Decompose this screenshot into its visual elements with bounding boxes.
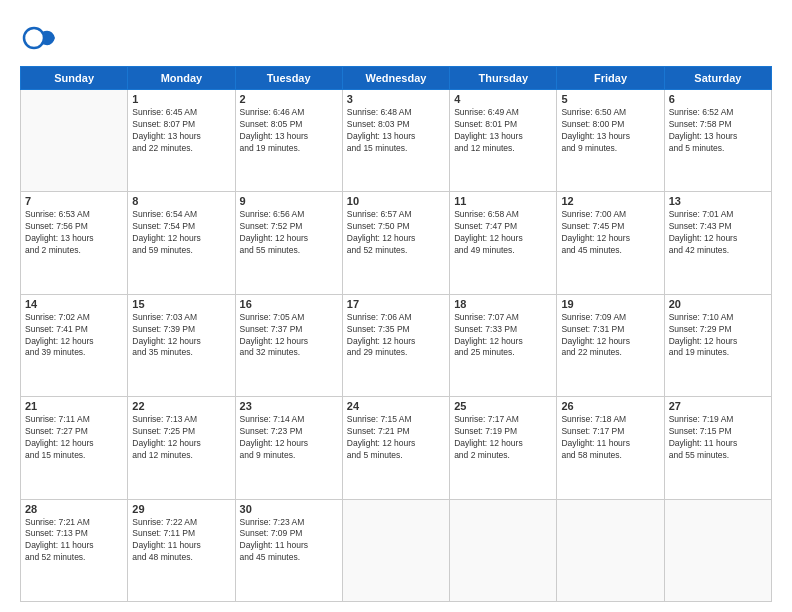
day-number: 17	[347, 298, 445, 310]
calendar-week-row: 7Sunrise: 6:53 AM Sunset: 7:56 PM Daylig…	[21, 192, 772, 294]
day-number: 20	[669, 298, 767, 310]
day-info: Sunrise: 7:13 AM Sunset: 7:25 PM Dayligh…	[132, 414, 230, 462]
calendar-week-row: 21Sunrise: 7:11 AM Sunset: 7:27 PM Dayli…	[21, 397, 772, 499]
day-info: Sunrise: 7:00 AM Sunset: 7:45 PM Dayligh…	[561, 209, 659, 257]
calendar-cell: 27Sunrise: 7:19 AM Sunset: 7:15 PM Dayli…	[664, 397, 771, 499]
calendar-cell: 3Sunrise: 6:48 AM Sunset: 8:03 PM Daylig…	[342, 90, 449, 192]
calendar-cell	[450, 499, 557, 601]
calendar-cell: 1Sunrise: 6:45 AM Sunset: 8:07 PM Daylig…	[128, 90, 235, 192]
day-info: Sunrise: 7:02 AM Sunset: 7:41 PM Dayligh…	[25, 312, 123, 360]
day-number: 18	[454, 298, 552, 310]
day-number: 2	[240, 93, 338, 105]
day-info: Sunrise: 7:19 AM Sunset: 7:15 PM Dayligh…	[669, 414, 767, 462]
day-number: 5	[561, 93, 659, 105]
svg-point-0	[24, 28, 44, 48]
day-of-week-header: Sunday	[21, 67, 128, 90]
calendar-cell: 5Sunrise: 6:50 AM Sunset: 8:00 PM Daylig…	[557, 90, 664, 192]
calendar-cell: 20Sunrise: 7:10 AM Sunset: 7:29 PM Dayli…	[664, 294, 771, 396]
calendar-week-row: 1Sunrise: 6:45 AM Sunset: 8:07 PM Daylig…	[21, 90, 772, 192]
day-info: Sunrise: 7:05 AM Sunset: 7:37 PM Dayligh…	[240, 312, 338, 360]
calendar-cell	[342, 499, 449, 601]
day-of-week-header: Saturday	[664, 67, 771, 90]
day-number: 16	[240, 298, 338, 310]
calendar-cell: 8Sunrise: 6:54 AM Sunset: 7:54 PM Daylig…	[128, 192, 235, 294]
calendar-cell: 30Sunrise: 7:23 AM Sunset: 7:09 PM Dayli…	[235, 499, 342, 601]
day-info: Sunrise: 7:03 AM Sunset: 7:39 PM Dayligh…	[132, 312, 230, 360]
day-info: Sunrise: 6:50 AM Sunset: 8:00 PM Dayligh…	[561, 107, 659, 155]
calendar-week-row: 28Sunrise: 7:21 AM Sunset: 7:13 PM Dayli…	[21, 499, 772, 601]
day-info: Sunrise: 6:48 AM Sunset: 8:03 PM Dayligh…	[347, 107, 445, 155]
calendar-cell: 12Sunrise: 7:00 AM Sunset: 7:45 PM Dayli…	[557, 192, 664, 294]
day-number: 13	[669, 195, 767, 207]
calendar-cell: 23Sunrise: 7:14 AM Sunset: 7:23 PM Dayli…	[235, 397, 342, 499]
day-number: 24	[347, 400, 445, 412]
calendar-header-row: SundayMondayTuesdayWednesdayThursdayFrid…	[21, 67, 772, 90]
calendar-cell: 25Sunrise: 7:17 AM Sunset: 7:19 PM Dayli…	[450, 397, 557, 499]
day-info: Sunrise: 7:10 AM Sunset: 7:29 PM Dayligh…	[669, 312, 767, 360]
calendar-cell: 19Sunrise: 7:09 AM Sunset: 7:31 PM Dayli…	[557, 294, 664, 396]
day-number: 8	[132, 195, 230, 207]
calendar-week-row: 14Sunrise: 7:02 AM Sunset: 7:41 PM Dayli…	[21, 294, 772, 396]
day-of-week-header: Wednesday	[342, 67, 449, 90]
day-number: 25	[454, 400, 552, 412]
day-info: Sunrise: 6:56 AM Sunset: 7:52 PM Dayligh…	[240, 209, 338, 257]
day-number: 28	[25, 503, 123, 515]
calendar-cell: 18Sunrise: 7:07 AM Sunset: 7:33 PM Dayli…	[450, 294, 557, 396]
day-info: Sunrise: 7:23 AM Sunset: 7:09 PM Dayligh…	[240, 517, 338, 565]
day-info: Sunrise: 7:09 AM Sunset: 7:31 PM Dayligh…	[561, 312, 659, 360]
day-number: 30	[240, 503, 338, 515]
day-info: Sunrise: 7:21 AM Sunset: 7:13 PM Dayligh…	[25, 517, 123, 565]
day-number: 26	[561, 400, 659, 412]
day-info: Sunrise: 7:22 AM Sunset: 7:11 PM Dayligh…	[132, 517, 230, 565]
day-number: 3	[347, 93, 445, 105]
day-of-week-header: Monday	[128, 67, 235, 90]
calendar-cell: 24Sunrise: 7:15 AM Sunset: 7:21 PM Dayli…	[342, 397, 449, 499]
calendar-cell: 6Sunrise: 6:52 AM Sunset: 7:58 PM Daylig…	[664, 90, 771, 192]
calendar-cell: 14Sunrise: 7:02 AM Sunset: 7:41 PM Dayli…	[21, 294, 128, 396]
calendar-cell: 13Sunrise: 7:01 AM Sunset: 7:43 PM Dayli…	[664, 192, 771, 294]
day-info: Sunrise: 6:57 AM Sunset: 7:50 PM Dayligh…	[347, 209, 445, 257]
day-info: Sunrise: 6:53 AM Sunset: 7:56 PM Dayligh…	[25, 209, 123, 257]
day-info: Sunrise: 7:17 AM Sunset: 7:19 PM Dayligh…	[454, 414, 552, 462]
day-number: 12	[561, 195, 659, 207]
header	[20, 18, 772, 58]
day-info: Sunrise: 7:11 AM Sunset: 7:27 PM Dayligh…	[25, 414, 123, 462]
calendar-cell: 28Sunrise: 7:21 AM Sunset: 7:13 PM Dayli…	[21, 499, 128, 601]
day-info: Sunrise: 6:49 AM Sunset: 8:01 PM Dayligh…	[454, 107, 552, 155]
day-info: Sunrise: 7:01 AM Sunset: 7:43 PM Dayligh…	[669, 209, 767, 257]
day-info: Sunrise: 6:46 AM Sunset: 8:05 PM Dayligh…	[240, 107, 338, 155]
day-info: Sunrise: 7:15 AM Sunset: 7:21 PM Dayligh…	[347, 414, 445, 462]
day-info: Sunrise: 7:14 AM Sunset: 7:23 PM Dayligh…	[240, 414, 338, 462]
day-number: 19	[561, 298, 659, 310]
day-number: 10	[347, 195, 445, 207]
day-number: 22	[132, 400, 230, 412]
calendar-cell: 26Sunrise: 7:18 AM Sunset: 7:17 PM Dayli…	[557, 397, 664, 499]
day-number: 7	[25, 195, 123, 207]
day-number: 21	[25, 400, 123, 412]
day-number: 9	[240, 195, 338, 207]
calendar-table: SundayMondayTuesdayWednesdayThursdayFrid…	[20, 66, 772, 602]
calendar-cell: 16Sunrise: 7:05 AM Sunset: 7:37 PM Dayli…	[235, 294, 342, 396]
calendar-cell	[557, 499, 664, 601]
day-info: Sunrise: 6:58 AM Sunset: 7:47 PM Dayligh…	[454, 209, 552, 257]
day-info: Sunrise: 6:54 AM Sunset: 7:54 PM Dayligh…	[132, 209, 230, 257]
day-info: Sunrise: 6:45 AM Sunset: 8:07 PM Dayligh…	[132, 107, 230, 155]
day-number: 14	[25, 298, 123, 310]
day-number: 11	[454, 195, 552, 207]
day-info: Sunrise: 7:07 AM Sunset: 7:33 PM Dayligh…	[454, 312, 552, 360]
calendar-cell: 11Sunrise: 6:58 AM Sunset: 7:47 PM Dayli…	[450, 192, 557, 294]
day-of-week-header: Friday	[557, 67, 664, 90]
day-number: 29	[132, 503, 230, 515]
calendar-cell: 15Sunrise: 7:03 AM Sunset: 7:39 PM Dayli…	[128, 294, 235, 396]
day-number: 15	[132, 298, 230, 310]
day-of-week-header: Thursday	[450, 67, 557, 90]
calendar-cell: 10Sunrise: 6:57 AM Sunset: 7:50 PM Dayli…	[342, 192, 449, 294]
calendar-cell	[21, 90, 128, 192]
day-info: Sunrise: 7:18 AM Sunset: 7:17 PM Dayligh…	[561, 414, 659, 462]
calendar-cell: 21Sunrise: 7:11 AM Sunset: 7:27 PM Dayli…	[21, 397, 128, 499]
calendar-cell: 29Sunrise: 7:22 AM Sunset: 7:11 PM Dayli…	[128, 499, 235, 601]
day-number: 4	[454, 93, 552, 105]
calendar-cell	[664, 499, 771, 601]
day-number: 1	[132, 93, 230, 105]
calendar-cell: 9Sunrise: 6:56 AM Sunset: 7:52 PM Daylig…	[235, 192, 342, 294]
